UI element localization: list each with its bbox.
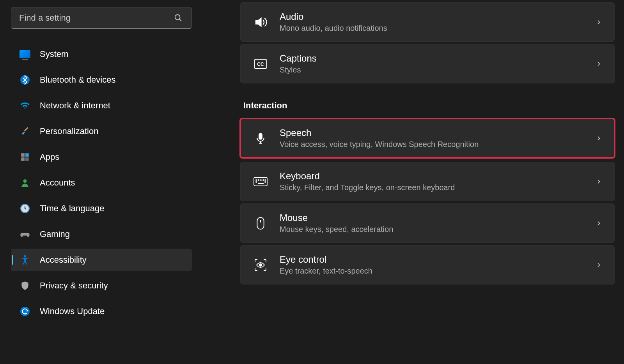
sidebar-item-label: Windows Update — [40, 306, 105, 316]
sidebar-item-personalization[interactable]: Personalization — [11, 120, 192, 143]
svg-rect-3 — [21, 153, 25, 157]
microphone-icon — [252, 130, 269, 147]
svg-point-21 — [256, 182, 257, 182]
eye-icon — [252, 257, 269, 273]
card-captions[interactable]: CC Captions Styles — [240, 44, 615, 83]
sidebar-item-label: Network & internet — [40, 101, 110, 111]
clock-icon — [18, 201, 32, 216]
keyboard-icon — [252, 173, 269, 190]
sidebar-item-time[interactable]: Time & language — [11, 197, 192, 220]
svg-rect-5 — [21, 157, 25, 161]
update-icon — [18, 304, 32, 318]
sidebar-item-label: Privacy & security — [40, 281, 108, 291]
chevron-right-icon — [595, 134, 603, 142]
sidebar-item-label: Time & language — [40, 203, 105, 214]
card-title: Speech — [280, 127, 595, 138]
sidebar-item-label: System — [40, 49, 68, 59]
card-text: Keyboard Sticky, Filter, and Toggle keys… — [280, 171, 595, 192]
sidebar-item-system[interactable]: System — [11, 43, 192, 65]
svg-text:CC: CC — [257, 62, 264, 67]
wifi-icon — [18, 99, 32, 113]
chevron-right-icon — [595, 18, 603, 26]
svg-point-7 — [23, 179, 27, 183]
card-subtitle: Mouse keys, speed, acceleration — [280, 225, 595, 234]
person-icon — [18, 176, 32, 190]
card-title: Audio — [280, 11, 595, 22]
card-text: Speech Voice access, voice typing, Windo… — [280, 127, 595, 149]
search-input[interactable] — [19, 13, 173, 23]
mouse-icon — [252, 215, 269, 231]
svg-point-16 — [256, 180, 257, 180]
sidebar-item-label: Personalization — [40, 126, 98, 136]
sidebar: System Bluetooth & devices Network & int… — [0, 0, 203, 364]
chevron-right-icon — [595, 60, 603, 68]
svg-rect-24 — [257, 217, 264, 229]
card-keyboard[interactable]: Keyboard Sticky, Filter, and Toggle keys… — [240, 162, 615, 201]
card-title: Eye control — [280, 254, 595, 265]
sidebar-item-gaming[interactable]: Gaming — [11, 223, 192, 246]
monitor-icon — [18, 47, 32, 61]
shield-icon — [18, 279, 32, 293]
card-subtitle: Styles — [280, 65, 595, 74]
card-subtitle: Voice access, voice typing, Windows Spee… — [280, 140, 595, 149]
apps-icon — [18, 150, 32, 164]
search-icon — [173, 12, 184, 23]
card-title: Mouse — [280, 212, 595, 223]
svg-point-11 — [20, 307, 30, 316]
card-text: Audio Mono audio, audio notifications — [280, 11, 595, 33]
accessibility-icon — [18, 253, 32, 267]
svg-rect-6 — [25, 157, 29, 161]
chevron-right-icon — [595, 261, 603, 269]
nav-list: System Bluetooth & devices Network & int… — [11, 43, 192, 323]
card-audio[interactable]: Audio Mono audio, audio notifications — [240, 2, 615, 42]
search-box[interactable] — [11, 7, 192, 29]
sidebar-item-accounts[interactable]: Accounts — [11, 171, 192, 194]
card-mouse[interactable]: Mouse Mouse keys, speed, acceleration — [240, 203, 615, 243]
sidebar-item-label: Accounts — [40, 178, 75, 188]
card-subtitle: Eye tracker, text-to-speech — [280, 267, 595, 276]
gamepad-icon — [18, 227, 32, 241]
sidebar-item-apps[interactable]: Apps — [11, 146, 192, 168]
card-subtitle: Sticky, Filter, and Toggle keys, on-scre… — [280, 183, 595, 192]
cc-icon: CC — [252, 56, 269, 72]
section-header-interaction: Interaction — [243, 101, 615, 111]
svg-point-0 — [175, 14, 180, 19]
svg-point-17 — [258, 180, 259, 180]
card-text: Eye control Eye tracker, text-to-speech — [280, 254, 595, 276]
svg-point-26 — [259, 264, 262, 266]
sidebar-item-update[interactable]: Windows Update — [11, 300, 192, 323]
card-text: Mouse Mouse keys, speed, acceleration — [280, 212, 595, 234]
svg-line-1 — [179, 19, 182, 21]
bluetooth-icon — [18, 73, 32, 87]
card-title: Keyboard — [280, 171, 595, 182]
sidebar-item-label: Apps — [40, 152, 59, 162]
sidebar-item-network[interactable]: Network & internet — [11, 94, 192, 117]
card-subtitle: Mono audio, audio notifications — [280, 24, 595, 33]
svg-point-20 — [265, 180, 266, 180]
sidebar-item-label: Bluetooth & devices — [40, 75, 115, 85]
chevron-right-icon — [595, 219, 603, 227]
sidebar-item-privacy[interactable]: Privacy & security — [11, 274, 192, 297]
svg-point-10 — [24, 255, 26, 258]
speaker-icon — [252, 14, 269, 30]
svg-rect-14 — [259, 133, 262, 139]
card-text: Captions Styles — [280, 53, 595, 74]
chevron-right-icon — [595, 178, 603, 186]
sidebar-item-label: Gaming — [40, 229, 70, 239]
card-eye-control[interactable]: Eye control Eye tracker, text-to-speech — [240, 245, 615, 284]
brush-icon — [18, 124, 32, 138]
content-area: Audio Mono audio, audio notifications CC… — [203, 0, 624, 364]
sidebar-item-accessibility[interactable]: Accessibility — [11, 249, 192, 271]
sidebar-item-label: Accessibility — [40, 255, 87, 265]
card-title: Captions — [280, 53, 595, 64]
svg-point-19 — [263, 180, 264, 180]
card-speech[interactable]: Speech Voice access, voice typing, Windo… — [240, 118, 615, 158]
svg-rect-4 — [25, 153, 29, 157]
svg-point-18 — [261, 180, 261, 180]
sidebar-item-bluetooth[interactable]: Bluetooth & devices — [11, 69, 192, 91]
svg-point-22 — [265, 182, 266, 182]
